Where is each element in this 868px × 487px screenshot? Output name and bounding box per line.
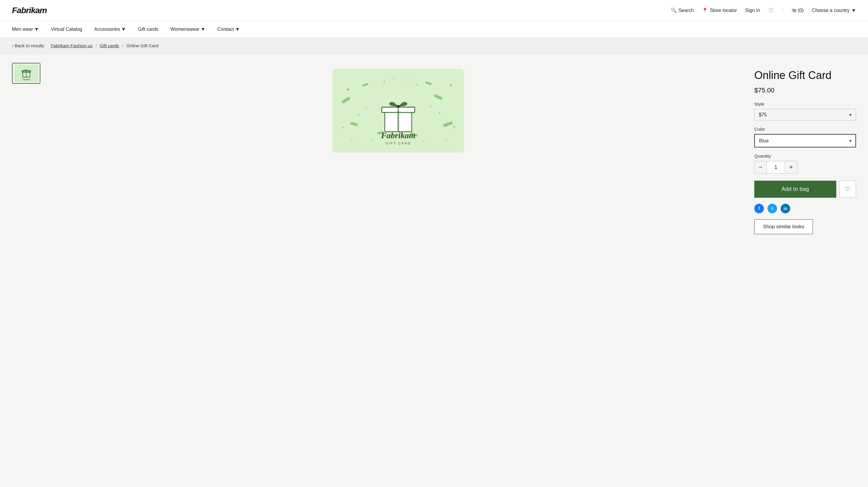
heart-icon: ♡ (845, 186, 850, 193)
style-select[interactable]: $25 $50 $75 $100 $150 $200 (754, 109, 856, 121)
topbar-right: 🔍 Search 📍 Store locator Sign in ♡ | 🛍 (… (671, 7, 856, 14)
svg-text:Fabrikam: Fabrikam (23, 79, 30, 80)
chevron-left-icon: ‹ (12, 43, 13, 48)
svg-text:·: · (413, 127, 414, 129)
nav-item-virtualcatalog[interactable]: Virtual Catalog (51, 27, 82, 32)
facebook-icon: f (758, 206, 760, 211)
add-to-bag-button[interactable]: Add to bag (754, 181, 836, 198)
breadcrumb-sep-1: / (95, 43, 97, 48)
color-label: Color (754, 127, 856, 132)
svg-text:+: + (365, 105, 368, 110)
thumbnail-sidebar: Fabrikam (12, 63, 42, 472)
add-to-bag-row: Add to bag ♡ (754, 181, 856, 198)
location-icon: 📍 (702, 7, 708, 13)
cart-button[interactable]: 🛍 (0) (792, 8, 804, 13)
product-thumbnail[interactable]: Fabrikam (12, 63, 40, 84)
twitter-icon: t (772, 206, 773, 211)
nav-item-contact[interactable]: Contact ▼ (218, 27, 240, 32)
nav-item-giftcards[interactable]: Gift cards (138, 27, 158, 32)
breadcrumb-current: Online Gift Card (126, 43, 159, 48)
back-to-results-link[interactable]: ‹ Back to results (12, 43, 44, 48)
quantity-label: Quantity (754, 154, 856, 159)
gift-card-image: ✦ ✦ ✦ ✦ ✦ ✦ ✦ ✦ · · · + + + + + (333, 69, 464, 153)
facebook-share-button[interactable]: f (754, 204, 764, 213)
twitter-share-button[interactable]: t (768, 204, 777, 213)
nav-item-womenswear[interactable]: Womenswear ▼ (170, 27, 205, 32)
svg-text:+: + (389, 74, 391, 78)
linkedin-icon: in (784, 206, 787, 211)
svg-text:✦: ✦ (452, 124, 456, 130)
chevron-down-icon: ▼ (201, 27, 206, 32)
brand-logo[interactable]: Fabrikam (12, 6, 47, 15)
topbar: Fabrikam 🔍 Search 📍 Store locator Sign i… (0, 0, 868, 21)
style-label: Style (754, 101, 856, 106)
add-to-wishlist-button[interactable]: ♡ (839, 181, 856, 197)
wishlist-icon[interactable]: ♡ (768, 7, 774, 14)
quantity-increase-button[interactable]: + (785, 161, 797, 173)
thumbnail-svg: Fabrikam (14, 65, 38, 82)
breadcrumb-home[interactable]: Fabrikam Fashion us (51, 43, 92, 48)
svg-point-40 (396, 105, 400, 108)
product-title: Online Gift Card (754, 69, 856, 82)
search-icon: 🔍 (671, 7, 677, 13)
country-selector[interactable]: Choose a country ▼ (812, 8, 856, 13)
sign-in-button[interactable]: Sign in (745, 8, 760, 13)
divider: | (782, 8, 783, 13)
svg-text:Fabrikam: Fabrikam (380, 131, 415, 140)
breadcrumb: ‹ Back to results Fabrikam Fashion us / … (0, 38, 868, 54)
chevron-down-icon: ▼ (851, 8, 856, 13)
product-price: $75.00 (754, 87, 856, 94)
style-field: Style $25 $50 $75 $100 $150 $200 ▼ (754, 101, 856, 121)
main-content: Fabrikam ✦ ✦ ✦ ✦ ✦ ✦ ✦ ✦ (0, 54, 868, 481)
svg-text:✦: ✦ (346, 87, 350, 92)
store-locator-button[interactable]: 📍 Store locator (702, 7, 737, 13)
svg-text:✦: ✦ (449, 83, 453, 88)
color-select[interactable]: Blue Green Red Pink (754, 134, 856, 148)
svg-text:✦: ✦ (341, 125, 344, 130)
navbar: Men wear ▼ Virtual Catalog Accessories ▼… (0, 21, 868, 38)
svg-text:✦: ✦ (392, 76, 395, 80)
breadcrumb-category[interactable]: Gift cards (100, 43, 119, 48)
svg-text:GIFT CARD: GIFT CARD (385, 141, 411, 145)
chevron-down-icon: ▼ (34, 27, 39, 32)
svg-text:+: + (350, 138, 353, 143)
svg-text:+: + (445, 138, 447, 143)
search-button[interactable]: 🔍 Search (671, 7, 694, 13)
chevron-down-icon: ▼ (121, 27, 126, 32)
svg-text:✦: ✦ (371, 138, 374, 141)
svg-text:·: · (380, 127, 381, 129)
quantity-decrease-button[interactable]: − (754, 161, 767, 173)
linkedin-share-button[interactable]: in (781, 204, 790, 213)
breadcrumb-sep-2: / (122, 43, 123, 48)
social-share-row: f t in (754, 204, 856, 213)
svg-text:+: + (430, 104, 432, 108)
color-field: Color Blue Green Red Pink ▼ (754, 127, 856, 148)
quantity-controls: − 1 + (754, 161, 856, 173)
quantity-value: 1 (767, 161, 785, 173)
product-details: Online Gift Card $75.00 Style $25 $50 $7… (754, 63, 856, 472)
shop-similar-button[interactable]: Shop similar looks (754, 219, 813, 234)
nav-item-accessories[interactable]: Accessories ▼ (94, 27, 126, 32)
svg-text:✦: ✦ (407, 79, 409, 82)
cart-icon: 🛍 (792, 8, 797, 13)
svg-text:·: · (383, 86, 383, 89)
product-image-area: ✦ ✦ ✦ ✦ ✦ ✦ ✦ ✦ · · · + + + + + (54, 63, 742, 472)
color-dropdown[interactable]: Blue Green Red Pink ▼ (754, 134, 856, 148)
svg-text:✦: ✦ (422, 139, 425, 143)
chevron-down-icon: ▼ (235, 27, 240, 32)
quantity-section: Quantity − 1 + (754, 154, 856, 173)
nav-item-menwear[interactable]: Men wear ▼ (12, 27, 39, 32)
style-dropdown[interactable]: $25 $50 $75 $100 $150 $200 ▼ (754, 109, 856, 121)
